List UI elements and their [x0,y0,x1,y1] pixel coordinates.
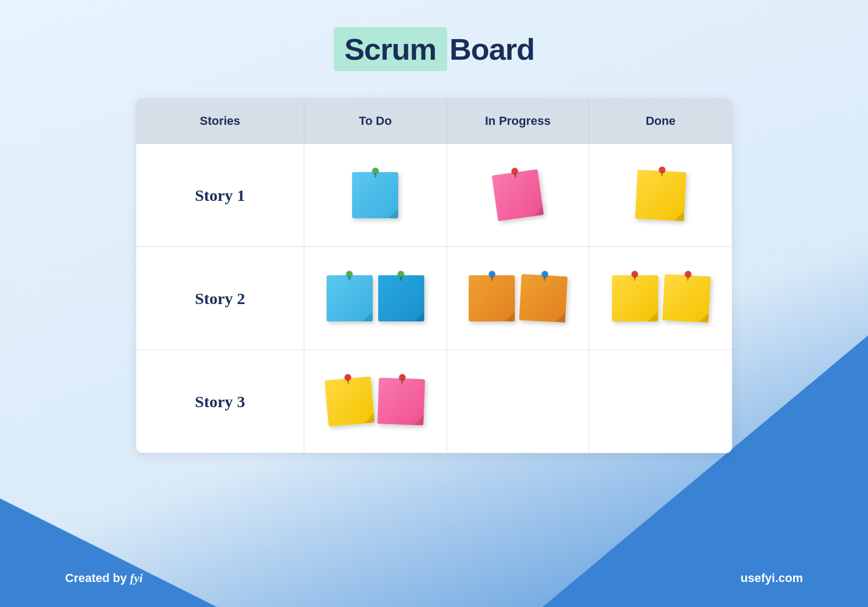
story3-label-cell: Story 3 [136,350,304,453]
sticky-note [662,274,710,323]
story1-label: Story 1 [195,186,245,205]
pin-icon [398,271,404,277]
story3-todo-cell [304,350,447,453]
story1-todo-cell [304,144,447,246]
title-highlight: Scrum [334,27,447,71]
footer: Created by fyi usefyi.com [0,571,868,585]
story1-inprogress-cell [447,144,590,246]
story2-done-notes [612,275,710,321]
pin-icon [511,168,519,175]
pin-icon [659,166,666,173]
footer-created-by: Created by [65,571,127,585]
sticky-note [377,378,425,426]
sticky-note [519,274,567,323]
sticky-note [492,169,544,221]
pin-icon [489,271,495,277]
sticky-note [378,275,424,321]
sticky-note [324,376,374,426]
sticky-note [612,275,658,321]
story2-todo-cell [304,247,447,350]
story3-done-cell [589,350,732,453]
col-todo: To Do [304,99,447,143]
title-part2: Board [442,31,534,67]
story3-todo-notes [327,378,424,425]
footer-credit: Created by fyi [65,571,143,585]
page-title-container: Scrum Board [334,27,535,71]
story1-todo-notes [352,172,398,218]
board-header: Stories To Do In Progress Done [136,99,732,143]
sticky-note [352,172,398,218]
pin-icon [372,168,379,174]
title-part1: Scrum [344,32,436,66]
story2-inprogress-cell [447,247,590,350]
footer-url: usefyi.com [741,571,803,585]
table-row: Story 2 [136,246,732,350]
story3-inprogress-cell [447,350,590,453]
pin-icon [346,271,353,277]
pin-icon [631,271,638,277]
table-row: Story 3 [136,350,732,453]
story1-done-cell [589,144,732,246]
story1-inprogress-notes [495,172,541,218]
bg-shape-left [0,498,217,607]
story2-label-cell: Story 2 [136,247,304,350]
pin-icon [344,374,351,381]
story2-label: Story 2 [195,289,245,308]
sticky-note [327,275,373,321]
story3-label: Story 3 [195,393,245,411]
pin-icon [684,271,691,278]
story2-done-cell [589,247,732,350]
sticky-note [635,169,686,221]
page-content: Scrum Board Stories To Do In Progress Do… [0,0,868,453]
story1-done-notes [636,171,685,220]
table-row: Story 1 [136,143,732,246]
footer-brand: fyi [130,571,143,585]
sticky-note [469,275,515,321]
scrum-board: Stories To Do In Progress Done Story 1 [136,98,732,453]
pin-icon [399,374,405,381]
col-stories: Stories [136,99,304,143]
pin-icon [541,271,548,278]
story2-inprogress-notes [469,275,566,321]
col-done: Done [589,99,732,143]
col-inprogress: In Progress [447,99,590,143]
story1-label-cell: Story 1 [136,144,304,246]
story2-todo-notes [327,275,424,321]
